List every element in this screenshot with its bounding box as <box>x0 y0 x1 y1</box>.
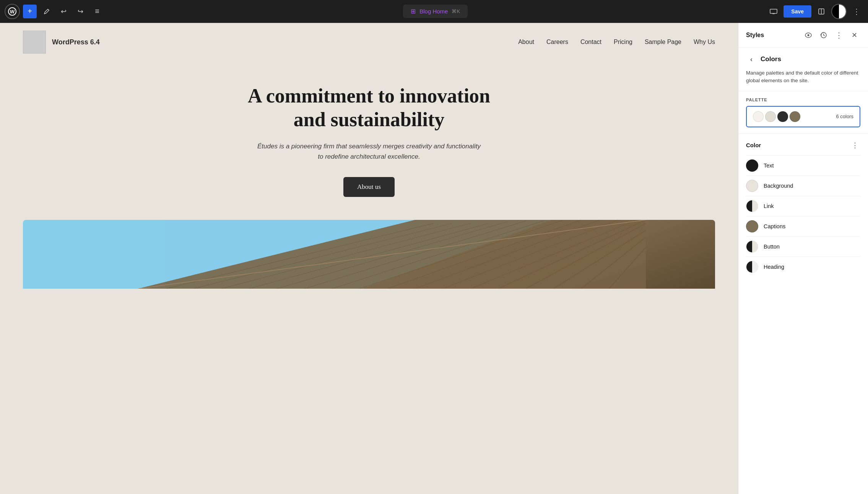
blog-home-icon: ⊞ <box>411 8 416 15</box>
save-button[interactable]: Save <box>783 5 811 18</box>
captions-color-label: Captions <box>764 223 785 229</box>
preview-icon[interactable] <box>802 29 814 41</box>
captions-color-swatch <box>746 220 758 232</box>
desktop-view-icon[interactable] <box>767 5 780 18</box>
canvas: WordPress 6.4 About Careers Contact Pric… <box>0 23 738 494</box>
site-logo <box>23 31 46 54</box>
background-color-label: Background <box>764 183 793 189</box>
heading-color-label: Heading <box>764 264 784 270</box>
wp-logo[interactable]: W <box>5 4 20 19</box>
nav-item-pricing[interactable]: Pricing <box>614 39 632 46</box>
palette-label: PALETTE <box>746 98 860 102</box>
styles-panel: Styles ⋮ ✕ <box>738 23 868 494</box>
more-options-button[interactable]: ⋮ <box>850 5 863 18</box>
site-nav: About Careers Contact Pricing Sample Pag… <box>518 39 715 46</box>
color-item-link[interactable]: Link <box>746 196 860 216</box>
toolbar-center: ⊞ Blog Home ⌘K <box>107 5 764 18</box>
list-view-button[interactable]: ≡ <box>90 5 104 18</box>
style-toggle-circle[interactable] <box>831 4 847 19</box>
color-item-captions[interactable]: Captions <box>746 216 860 236</box>
color-section-title: Color <box>746 142 761 148</box>
svg-text:W: W <box>10 9 15 15</box>
panel-header: Styles ⋮ ✕ <box>738 23 868 48</box>
svg-rect-2 <box>770 9 777 13</box>
text-color-swatch <box>746 159 758 172</box>
blog-home-shortcut: ⌘K <box>452 8 460 14</box>
building-image <box>23 220 715 289</box>
undo-button[interactable]: ↩ <box>57 5 70 18</box>
styles-toggle-icon[interactable] <box>814 5 828 18</box>
color-section-header: Color ⋮ <box>746 134 860 155</box>
nav-item-careers[interactable]: Careers <box>546 39 568 46</box>
color-item-button[interactable]: Button <box>746 236 860 257</box>
hero-cta-button[interactable]: About us <box>343 177 395 197</box>
colors-description: Manage palettes and the default color of… <box>738 69 868 91</box>
svg-point-26 <box>808 34 809 36</box>
hero-title: A commitment to innovation and sustainab… <box>235 84 503 132</box>
palette-swatches <box>753 111 800 122</box>
palette-box[interactable]: 6 colors <box>746 106 860 127</box>
link-color-swatch <box>746 200 758 212</box>
hero-subtitle: Études is a pioneering firm that seamles… <box>254 141 484 162</box>
swatch-1 <box>765 111 776 122</box>
color-item-heading[interactable]: Heading <box>746 257 860 277</box>
redo-button[interactable]: ↪ <box>73 5 87 18</box>
site-name: WordPress 6.4 <box>52 38 100 46</box>
nav-item-sample-page[interactable]: Sample Page <box>645 39 681 46</box>
button-color-swatch <box>746 240 758 253</box>
history-icon[interactable] <box>818 29 830 41</box>
add-button[interactable]: + <box>23 5 37 18</box>
back-button[interactable]: ‹ <box>746 54 757 65</box>
palette-count: 6 colors <box>836 114 853 119</box>
background-color-swatch <box>746 180 758 192</box>
site-header: WordPress 6.4 About Careers Contact Pric… <box>0 23 738 61</box>
colors-header: ‹ Colors <box>738 48 868 69</box>
toolbar: W + ↩ ↪ ≡ ⊞ Blog Home ⌘K Save <box>0 0 868 23</box>
swatch-2 <box>777 111 788 122</box>
color-item-text[interactable]: Text <box>746 155 860 176</box>
text-color-label: Text <box>764 162 774 169</box>
nav-item-about[interactable]: About <box>518 39 534 46</box>
hero-section: A commitment to innovation and sustainab… <box>0 61 738 212</box>
panel-close-button[interactable]: ✕ <box>848 29 860 41</box>
building-section <box>0 212 738 289</box>
panel-more-button[interactable]: ⋮ <box>833 29 845 41</box>
palette-section: PALETTE 6 colors <box>738 91 868 133</box>
main-layout: WordPress 6.4 About Careers Contact Pric… <box>0 23 868 494</box>
heading-color-swatch <box>746 261 758 273</box>
site-logo-area: WordPress 6.4 <box>23 31 100 54</box>
colors-title: Colors <box>761 55 781 63</box>
link-color-label: Link <box>764 203 774 209</box>
color-item-background[interactable]: Background <box>746 176 860 196</box>
swatch-3 <box>790 111 800 122</box>
nav-item-contact[interactable]: Contact <box>580 39 601 46</box>
blog-home-text: Blog Home <box>419 8 448 15</box>
blog-home-pill[interactable]: ⊞ Blog Home ⌘K <box>403 5 468 18</box>
panel-header-icons: ⋮ ✕ <box>802 29 860 41</box>
pencil-icon[interactable] <box>40 5 54 18</box>
panel-title: Styles <box>746 32 764 39</box>
swatch-0 <box>753 111 764 122</box>
toolbar-right: Save ⋮ <box>767 4 863 19</box>
color-section: Color ⋮ Text Background Link <box>738 133 868 283</box>
color-section-menu-button[interactable]: ⋮ <box>850 140 860 151</box>
button-color-label: Button <box>764 244 780 250</box>
nav-item-why-us[interactable]: Why Us <box>694 39 715 46</box>
